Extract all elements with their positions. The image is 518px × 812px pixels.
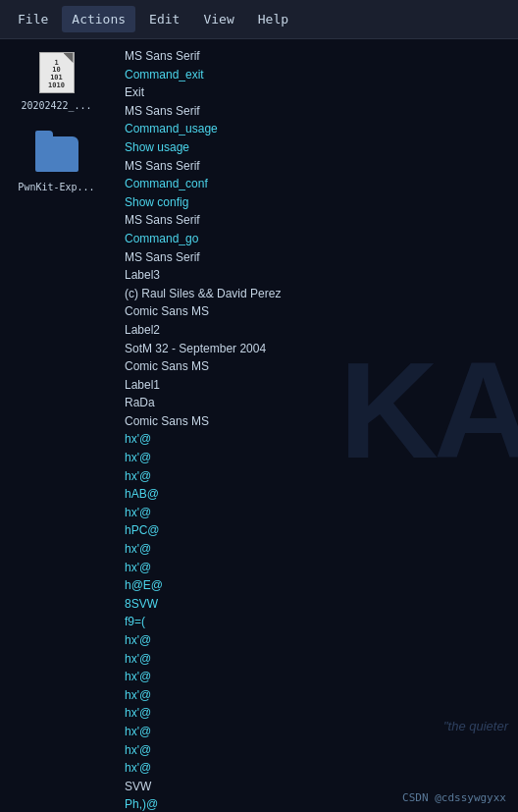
right-panel[interactable]: KA "the quieter MS Sans SerifCommand_exi… <box>113 39 518 812</box>
content-row-12: Label3 <box>125 266 506 285</box>
content-row-38: hx'@ <box>125 741 506 760</box>
content-row-30: 8SVW <box>125 595 506 614</box>
content-row-21: hx'@ <box>125 430 506 449</box>
content-row-28: hx'@ <box>125 559 506 577</box>
content-row-1: Command_exit <box>125 66 506 84</box>
content-row-20: Comic Sans MS <box>125 412 506 431</box>
content-row-37: hx'@ <box>125 723 506 741</box>
content-row-19: RaDa <box>125 394 506 412</box>
content-rows: MS Sans SerifCommand_exitExitMS Sans Ser… <box>125 47 506 812</box>
content-row-3: MS Sans Serif <box>125 102 506 121</box>
file-label-folder: PwnKit-Exp... <box>18 182 94 192</box>
content-row-17: Comic Sans MS <box>125 357 506 376</box>
doc-icon: 1101011010 <box>33 49 80 96</box>
content-row-32: hx'@ <box>125 631 506 650</box>
content-row-2: Exit <box>125 83 506 102</box>
content-row-36: hx'@ <box>125 704 506 723</box>
content-row-34: hx'@ <box>125 668 506 686</box>
content-row-14: Comic Sans MS <box>125 302 506 321</box>
content-row-7: Command_conf <box>125 175 506 193</box>
folder-icon <box>33 131 80 178</box>
content-row-11: MS Sans Serif <box>125 248 506 267</box>
content-row-31: f9=( <box>125 613 506 631</box>
content-row-24: hAB@ <box>125 485 506 504</box>
left-panel: 1101011010 20202422_... PwnKit-Exp... <box>0 39 113 812</box>
file-item-doc[interactable]: 1101011010 20202422_... <box>8 49 105 111</box>
content-row-6: MS Sans Serif <box>125 157 506 176</box>
content-row-4: Command_usage <box>125 120 506 138</box>
content-row-35: hx'@ <box>125 686 506 705</box>
file-label-doc: 20202422_... <box>21 100 91 111</box>
content-row-22: hx'@ <box>125 449 506 467</box>
menu-view[interactable]: View <box>193 6 243 32</box>
watermark: CSDN @cdssywgyxx <box>402 791 506 804</box>
menu-help[interactable]: Help <box>248 6 298 32</box>
menu-file[interactable]: File <box>8 6 58 32</box>
content-row-23: hx'@ <box>125 467 506 486</box>
content-row-15: Label2 <box>125 321 506 340</box>
content-row-5: Show usage <box>125 138 506 157</box>
menubar: File Actions Edit View Help <box>0 0 518 39</box>
content-row-18: Label1 <box>125 376 506 395</box>
menu-actions[interactable]: Actions <box>62 6 135 32</box>
content-row-29: h@E@ <box>125 576 506 595</box>
file-item-folder[interactable]: PwnKit-Exp... <box>8 131 105 192</box>
menu-edit[interactable]: Edit <box>139 6 189 32</box>
content-row-25: hx'@ <box>125 504 506 522</box>
content-row-0: MS Sans Serif <box>125 47 506 66</box>
content-row-9: MS Sans Serif <box>125 211 506 230</box>
content-row-8: Show config <box>125 193 506 212</box>
content-row-33: hx'@ <box>125 650 506 669</box>
content-row-13: (c) Raul Siles && David Perez <box>125 285 506 303</box>
main-area: 1101011010 20202422_... PwnKit-Exp... KA… <box>0 39 518 812</box>
content-row-27: hx'@ <box>125 540 506 559</box>
content-row-16: SotM 32 - September 2004 <box>125 340 506 358</box>
content-row-10: Command_go <box>125 230 506 248</box>
content-row-39: hx'@ <box>125 759 506 778</box>
content-row-26: hPC@ <box>125 521 506 540</box>
